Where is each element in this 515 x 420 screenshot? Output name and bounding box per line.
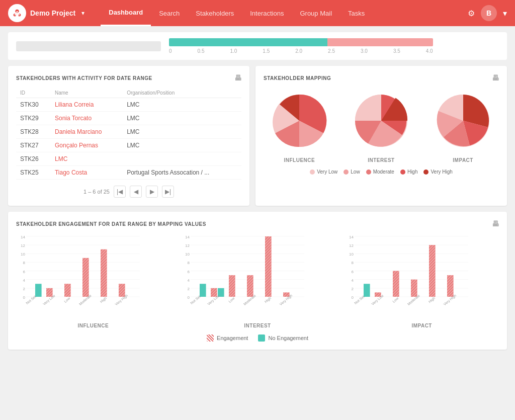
bar-chart-container: 02468101214Not SetVery LowLowModerateHig… [345,234,499,328]
svg-text:12: 12 [349,243,354,248]
nav-stakeholders[interactable]: Stakeholders [188,0,242,26]
nav-search[interactable]: Search [151,0,188,26]
stakeholders-title: STAKEHOLDERS WITH ACTIVITY FOR DATE RANG… [16,74,241,82]
engagement-panel: STAKEHOLDER ENGAGEMENT FOR DATE RANGE BY… [8,212,507,350]
stk-org: LMC [123,125,241,139]
stk-name[interactable]: LMC [51,152,123,166]
svg-text:8: 8 [187,261,190,265]
mapping-print[interactable]: 🖶 [492,74,499,82]
avatar[interactable]: B [481,5,497,21]
table-row: STK29 Sonia Torcato LMC [16,112,241,125]
stk-id: STK25 [16,166,51,180]
nav-dashboard[interactable]: Dashboard [101,0,151,26]
nav-expand-button[interactable]: ▾ [503,9,507,18]
page-first-btn[interactable]: |◀ [114,186,126,198]
influence-label: INFLUENCE [284,157,315,163]
engagement-legend: Engagement No Engagement [16,334,499,342]
stk-name-link[interactable]: Tiago Costa [55,169,87,176]
svg-text:2: 2 [352,287,354,291]
svg-text:4: 4 [187,278,190,283]
svg-text:0: 0 [23,295,26,300]
nav-logo[interactable]: Demo Project ▾ [8,4,97,22]
svg-rect-95 [364,284,370,297]
pagination: 1 – 6 of 25 |◀ ◀ ▶ ▶| [16,186,241,198]
nav-right: ⚙ B ▾ [468,5,507,21]
mapping-panel: STAKEHOLDER MAPPING 🖶 INFLUENCE [255,66,507,206]
page-next-btn[interactable]: ▶ [146,186,158,198]
table-row: STK27 Gonçalo Pernas LMC [16,139,241,152]
eng-label: Engagement [217,335,248,341]
eng-swatch [207,334,214,342]
page-last-btn[interactable]: ▶| [162,186,174,198]
pie-charts-row: INFLUENCE INTEREST [264,88,499,163]
bar-chart-container: 02468101214Not SetVery LowLowModerateHig… [16,234,170,328]
stk-org: LMC [123,112,241,125]
svg-rect-26 [35,284,42,297]
main-content: 0 0.5 1.0 1.5 2.0 2.5 3.0 3.5 4.0 STAKEH… [0,26,515,356]
stk-name[interactable]: Sonia Torcato [51,112,123,125]
mapping-legend: Very Low Low Moderate High Very High [264,169,499,175]
svg-text:8: 8 [23,261,26,265]
stk-name-link[interactable]: Daniela Marciano [55,128,102,135]
svg-text:10: 10 [349,252,354,257]
stk-name-link[interactable]: Sonia Torcato [55,115,92,122]
stk-name[interactable]: Liliana Correia [51,98,123,112]
legend-item: Moderate [366,169,394,175]
stk-name-link[interactable]: Liliana Correia [55,101,94,108]
svg-text:0: 0 [352,295,354,300]
svg-rect-32 [64,284,71,297]
stk-name[interactable]: Gonçalo Pernas [51,139,123,152]
stk-org: Portugal Sports Assocation / ... [123,166,241,180]
svg-rect-104 [411,280,417,297]
legend-item: Low [344,169,360,175]
settings-button[interactable]: ⚙ [468,9,475,18]
eng-swatch [258,334,265,342]
project-chevron[interactable]: ▾ [81,10,84,17]
svg-rect-35 [82,258,89,297]
navigation: Demo Project ▾ Dashboard Search Stakehol… [0,0,515,26]
eng-legend-item: Engagement [207,334,248,342]
svg-point-0 [15,10,19,13]
svg-text:14: 14 [21,235,25,239]
bar-charts-row: 02468101214Not SetVery LowLowModerateHig… [16,234,499,328]
stakeholders-table: ID Name Organisation/Position STK30 Lili… [16,88,241,180]
stk-id: STK30 [16,98,51,112]
legend-label: Moderate [373,169,394,175]
stk-name[interactable]: Daniela Marciano [51,125,123,139]
stk-org: LMC [123,98,241,112]
stakeholders-print[interactable]: 🖶 [234,74,242,82]
table-row: STK30 Liliana Correia LMC [16,98,241,112]
svg-text:High: High [428,296,436,304]
page-prev-btn[interactable]: ◀ [130,186,142,198]
legend-dot [423,170,428,175]
svg-text:10: 10 [185,252,190,257]
svg-text:6: 6 [187,270,190,274]
svg-text:High: High [100,296,108,304]
nav-groupmail[interactable]: Group Mail [292,0,340,26]
stakeholders-title-text: STAKEHOLDERS WITH ACTIVITY FOR DATE RANG… [16,75,152,81]
impact-pie [431,88,496,153]
table-row: STK28 Daniela Marciano LMC [16,125,241,139]
svg-text:Not Set: Not Set [190,295,201,305]
impact-pie-container: IMPACT [431,88,496,163]
bar-chart-container: 02468101214Not SetVery LowLowModerateHig… [181,234,335,328]
interest-pie-container: INTEREST [349,88,414,163]
stk-name-link[interactable]: LMC [55,155,67,162]
stk-id: STK27 [16,139,51,152]
stk-name-link[interactable]: Gonçalo Pernas [55,142,98,149]
nav-interactions[interactable]: Interactions [242,0,292,26]
svg-rect-107 [429,245,436,297]
stk-name[interactable]: Tiago Costa [51,166,123,180]
nav-tasks[interactable]: Tasks [340,0,373,26]
col-name: Name [51,88,123,98]
legend-item: Very Low [310,169,337,175]
interest-pie [349,88,414,153]
bar-chart-svg: 02468101214Not SetVery LowLowModerateHig… [181,234,304,319]
stakeholders-panel: STAKEHOLDERS WITH ACTIVITY FOR DATE RANG… [8,66,249,206]
svg-text:2: 2 [187,287,190,291]
svg-text:12: 12 [21,243,25,248]
svg-text:6: 6 [23,270,26,274]
svg-text:0: 0 [187,295,190,300]
engagement-print[interactable]: 🖶 [492,220,499,228]
legend-dot [400,170,405,175]
